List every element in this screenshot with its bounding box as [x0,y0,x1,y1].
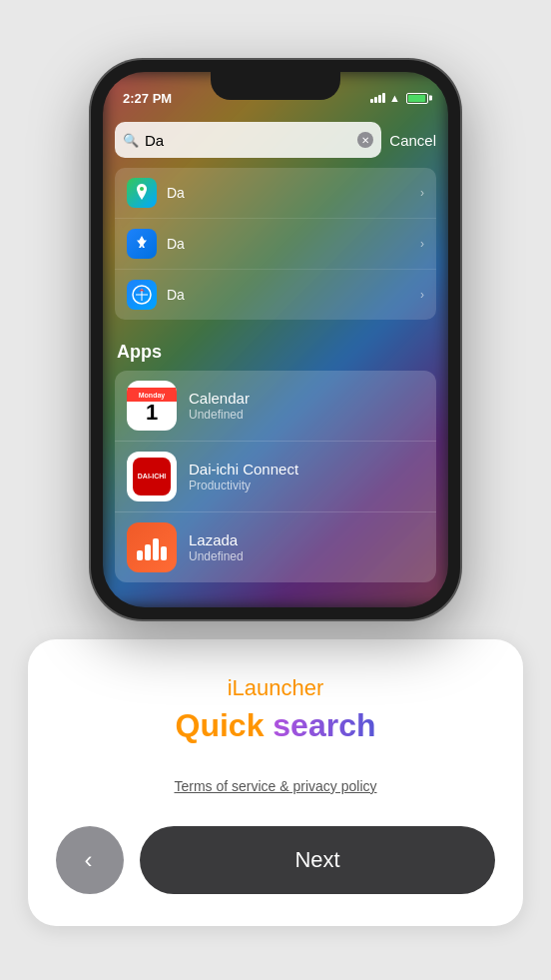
app-item-daiichi[interactable]: DAI-ICHI Dai-ichi Connect Productivity [115,442,436,512]
card-app-name: iLauncher [228,675,324,701]
result-item-maps[interactable]: Da › [115,168,436,219]
next-button-label: Next [294,847,339,873]
result-maps-name: Da [167,185,420,201]
search-clear-button[interactable]: ✕ [357,132,373,148]
calendar-app-icon: Monday 1 [127,381,177,431]
search-bar[interactable]: 🔍 Da ✕ [115,122,381,158]
app-item-calendar[interactable]: Monday 1 Calendar Undefined [115,371,436,442]
svg-point-0 [140,187,144,191]
status-time: 2:27 PM [123,91,172,106]
next-button[interactable]: Next [140,826,495,894]
app-category-calendar: Undefined [189,408,424,422]
search-results: Da › Da › [115,168,436,320]
maps-app-icon [127,178,157,208]
status-icons: ▲ [370,92,428,104]
app-info-calendar: Calendar Undefined [189,390,424,422]
card-title-search: search [273,707,375,743]
app-category-lazada: Undefined [189,549,424,563]
calendar-date: 1 [146,402,158,424]
apps-section-title: Apps [115,342,436,363]
lazada-app-icon [127,522,177,572]
result-appstore-name: Da [167,236,420,252]
app-info-lazada: Lazada Undefined [189,531,424,563]
card-buttons: ‹ Next [56,826,495,894]
search-bar-container: 🔍 Da ✕ Cancel [115,122,436,158]
signal-bars-icon [370,93,385,103]
result-safari-name: Da [167,287,420,303]
app-name-lazada: Lazada [189,531,424,548]
back-arrow-icon: ‹ [85,846,93,874]
bottom-card: iLauncher Quick search Terms of service … [28,639,523,926]
app-info-daiichi: Dai-ichi Connect Productivity [189,461,424,492]
phone-screen: 2:27 PM ▲ 🔍 [103,72,448,607]
battery-icon [406,93,428,104]
safari-app-icon [127,280,157,310]
back-button[interactable]: ‹ [56,826,124,894]
notch [211,72,340,100]
app-item-lazada[interactable]: Lazada Undefined [115,512,436,582]
app-list: Monday 1 Calendar Undefined DAI-ICHI [115,371,436,582]
app-name-calendar: Calendar [189,390,424,407]
chevron-right-icon: › [420,237,424,251]
cancel-button[interactable]: Cancel [389,132,436,149]
phone-frame: 2:27 PM ▲ 🔍 [91,60,460,619]
chevron-right-icon: › [420,288,424,302]
app-name-daiichi: Dai-ichi Connect [189,461,424,478]
result-item-safari[interactable]: Da › [115,270,436,320]
app-category-daiichi: Productivity [189,479,424,492]
result-item-appstore[interactable]: Da › [115,219,436,270]
wifi-icon: ▲ [389,92,400,104]
card-title: Quick search [176,707,376,744]
apps-section: Apps Monday 1 Calendar Undefined [115,342,436,582]
page-wrapper: 2:27 PM ▲ 🔍 [0,0,551,980]
terms-link[interactable]: Terms of service & privacy policy [174,778,376,794]
appstore-app-icon [127,229,157,259]
chevron-right-icon: › [420,186,424,200]
search-query-text: Da [145,132,351,149]
search-icon: 🔍 [123,133,139,148]
card-title-quick: Quick [176,707,265,743]
daiichi-app-icon: DAI-ICHI [127,452,177,501]
